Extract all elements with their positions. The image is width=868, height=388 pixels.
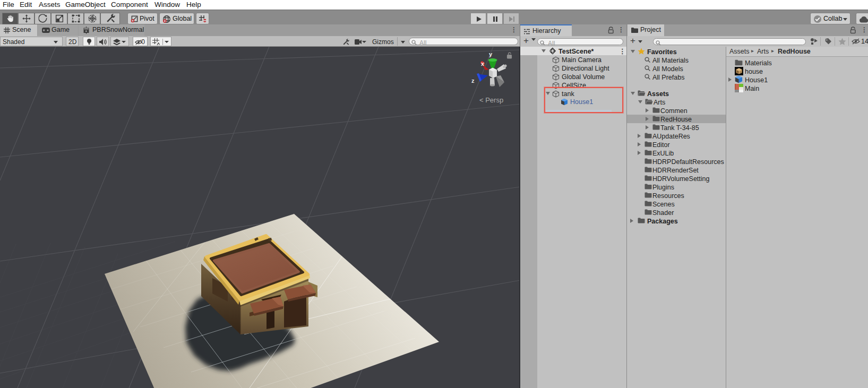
svg-text:x: x <box>481 61 485 67</box>
svg-text:y: y <box>489 51 493 57</box>
svg-text:z: z <box>471 77 475 84</box>
svg-text:< Persp: < Persp <box>479 96 503 104</box>
